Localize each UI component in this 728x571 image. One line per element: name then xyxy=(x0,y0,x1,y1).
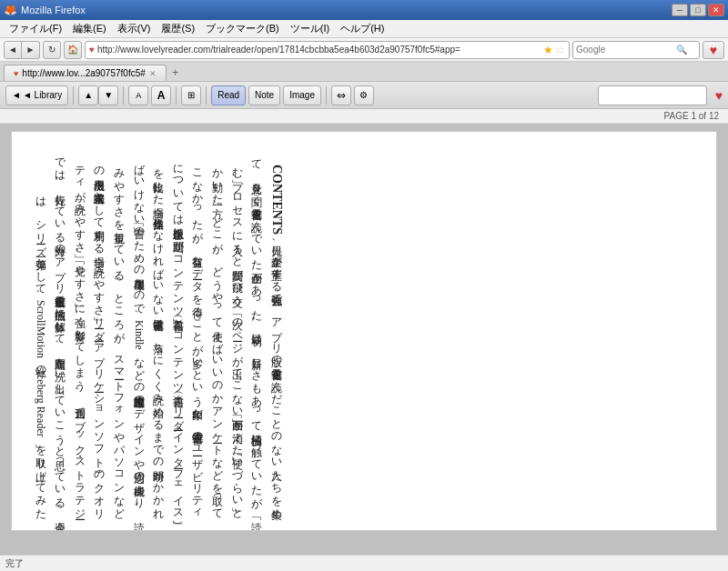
search-input[interactable] xyxy=(576,45,676,55)
menu-view[interactable]: 表示(V) xyxy=(112,20,157,37)
address-bar[interactable]: ♥ http://www.lovelyreader.com/trialreade… xyxy=(85,41,570,59)
menu-edit[interactable]: 編集(E) xyxy=(67,20,112,37)
status-text: 完了 xyxy=(5,557,723,570)
menubar: ファイル(F) 編集(E) 表示(V) 履歴(S) ブックマーク(B) ツール(… xyxy=(0,20,728,38)
titlebar: 🦊 Mozilla Firefox ─ □ ✕ xyxy=(0,0,728,20)
minimize-button[interactable]: ─ xyxy=(672,4,688,16)
separator-5 xyxy=(326,86,327,105)
heart-icon: ♥ xyxy=(715,88,723,103)
page-up-button[interactable]: ▲ xyxy=(78,85,98,105)
menu-tools[interactable]: ツール(I) xyxy=(285,20,335,37)
toolbar-heart: ♥ xyxy=(715,88,723,103)
site-icon: ♥ xyxy=(89,45,95,55)
image-button[interactable]: Image xyxy=(283,85,321,105)
content-area: CONTENTS 先日、企業が主催する勉強会で、アプリ版の電子書籍を読んだことの… xyxy=(11,131,717,531)
expand-button[interactable]: ⇔ xyxy=(331,85,351,105)
separator-4 xyxy=(206,86,207,105)
new-tab-button[interactable]: + xyxy=(167,65,185,81)
content-wrapper: CONTENTS 先日、企業が主催する勉強会で、アプリ版の電子書籍を読んだことの… xyxy=(30,150,288,514)
reload-button[interactable]: ↻ xyxy=(43,41,61,59)
read-button[interactable]: Read xyxy=(211,85,246,105)
content-paragraph-2: 「コンテンツ（書籍）」と「コンテンツ（書籍）＋リーダー（インターフェイス）」を比… xyxy=(74,156,185,514)
active-tab[interactable]: ♥ http://www.lov...2a90757f0fc5# ✕ xyxy=(4,65,167,81)
page-nav-group: ▲ ▼ xyxy=(78,85,118,105)
font-large-button[interactable]: A xyxy=(151,85,171,105)
page-number-text: PAGE 1 of 12 xyxy=(664,111,719,121)
settings-button[interactable]: ⚙ xyxy=(354,85,374,105)
content-title: CONTENTS xyxy=(270,165,284,235)
tab-favicon: ♥ xyxy=(14,69,18,78)
back-button[interactable]: ◄ xyxy=(4,41,22,59)
titlebar-icon: 🦊 xyxy=(4,4,17,16)
window-controls: ─ □ ✕ xyxy=(672,4,724,16)
navbar: ◄ ► ↻ 🏠 ♥ http://www.lovelyreader.com/tr… xyxy=(0,38,728,62)
reader-toolbar: ◄ ◄ Library ▲ ▼ A A ⊞ Read Note Image ⇔ … xyxy=(0,82,728,109)
font-small-button[interactable]: A xyxy=(128,85,148,105)
titlebar-title: Mozilla Firefox xyxy=(21,5,86,15)
tabbar: ♥ http://www.lov...2a90757f0fc5# ✕ + xyxy=(0,62,728,82)
heart-icon: ♥ xyxy=(710,43,717,57)
library-label: ◄ Library xyxy=(23,90,62,100)
address-text: http://www.lovelyreader.com/trialreader/… xyxy=(97,45,541,55)
tab-close-button[interactable]: ✕ xyxy=(149,69,157,78)
home-button[interactable]: 🏠 xyxy=(64,41,82,59)
menu-history[interactable]: 履歴(S) xyxy=(156,20,200,37)
separator-2 xyxy=(123,86,124,105)
menu-help[interactable]: ヘルプ(H) xyxy=(335,20,389,37)
page-down-button[interactable]: ▼ xyxy=(98,85,118,105)
view-toggle-button[interactable]: ⊞ xyxy=(181,85,201,105)
menu-file[interactable]: ファイル(F) xyxy=(4,20,67,37)
search-bar: 🔍 xyxy=(572,41,700,59)
library-button[interactable]: ◄ ◄ Library xyxy=(5,85,68,105)
separator-1 xyxy=(73,86,74,105)
menu-bookmarks[interactable]: ブックマーク(B) xyxy=(200,20,285,37)
bookmark-star2-icon: ☆ xyxy=(555,44,565,56)
heart-button[interactable]: ♥ xyxy=(703,41,724,59)
back-forward-group: ◄ ► xyxy=(4,41,40,59)
statusbar: 完了 xyxy=(0,555,728,571)
page-number: PAGE 1 of 12 xyxy=(0,109,728,124)
maximize-button[interactable]: □ xyxy=(690,4,706,16)
separator-3 xyxy=(176,86,177,105)
bookmark-star-icon[interactable]: ★ xyxy=(543,44,553,56)
tab-title: http://www.lov...2a90757f0fc5# xyxy=(22,68,145,78)
library-icon: ◄ xyxy=(12,90,21,100)
content-paragraph-1: 先日、企業が主催する勉強会で、アプリ版の電子書籍を読んだことのない人たちを集めて… xyxy=(172,152,284,514)
toolbar-search-input[interactable] xyxy=(598,85,707,105)
close-button[interactable]: ✕ xyxy=(708,4,724,16)
note-button[interactable]: Note xyxy=(248,85,280,105)
forward-button[interactable]: ► xyxy=(22,41,40,59)
search-button[interactable]: 🔍 xyxy=(676,45,687,55)
